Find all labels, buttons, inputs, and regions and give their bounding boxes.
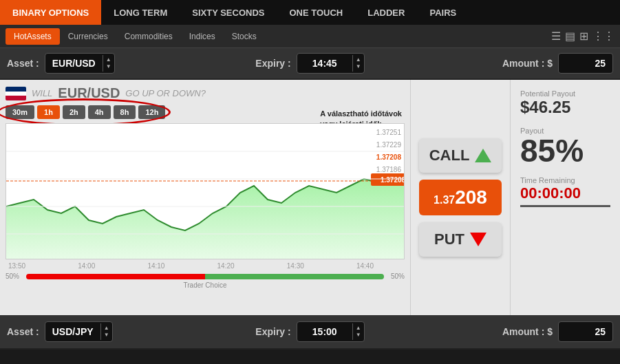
potential-payout-group: Potential Payout $46.25 bbox=[520, 89, 610, 117]
put-label: PUT bbox=[434, 231, 464, 248]
tab-commodities[interactable]: Commodities bbox=[116, 28, 181, 45]
bottom-asset-value: USD/JPY bbox=[45, 322, 100, 341]
bottom-expiry-arrows[interactable]: ▲ ▼ bbox=[352, 323, 364, 339]
trader-choice-bar-fill bbox=[26, 274, 384, 279]
asset-selector[interactable]: EUR/USD ▲ ▼ bbox=[45, 53, 115, 74]
stats-panel: Potential Payout $46.25 Payout 85% Time … bbox=[510, 80, 620, 315]
trader-left-pct: 50% bbox=[6, 272, 26, 280]
bottom-expiry-group: Expiry : 15:00 ▲ ▼ bbox=[209, 321, 411, 342]
bottom-expiry-selector[interactable]: 15:00 ▲ ▼ bbox=[297, 321, 365, 342]
asset-arrow-up[interactable]: ▲ bbox=[106, 56, 111, 63]
time-btn-1h[interactable]: 1h bbox=[37, 105, 60, 119]
tab-stocks[interactable]: Stocks bbox=[224, 28, 265, 45]
time-btn-8h[interactable]: 8h bbox=[114, 105, 136, 119]
nav-binary-options[interactable]: BINARY OPTIONS bbox=[0, 0, 101, 25]
dots-icon[interactable]: ⋮⋮ bbox=[592, 30, 614, 43]
amount-group: Amount : $ bbox=[411, 53, 613, 74]
bottom-expiry-arrow-up[interactable]: ▲ bbox=[356, 325, 361, 332]
trader-right-pct: 50% bbox=[384, 272, 405, 280]
trader-choice-label: Trader Choice bbox=[6, 281, 405, 289]
time-btn-2h[interactable]: 2h bbox=[63, 105, 85, 119]
nav-pairs[interactable]: PAIRS bbox=[417, 0, 469, 25]
pair-label: EUR/USD bbox=[58, 85, 120, 101]
bottom-asset-group: Asset : USD/JPY ▲ ▼ bbox=[7, 321, 209, 342]
price-prefix: 1.37 bbox=[434, 194, 455, 206]
nav-one-touch[interactable]: ONE TOUCH bbox=[277, 0, 355, 25]
bottom-expiry-value: 15:00 bbox=[297, 322, 352, 341]
asset-arrow-down[interactable]: ▼ bbox=[106, 63, 111, 70]
time-buttons-container: 30m 1h 2h 4h 8h 12h bbox=[6, 105, 165, 119]
amount-input[interactable] bbox=[558, 53, 613, 74]
flag-icon bbox=[6, 87, 26, 100]
trader-bar-left bbox=[26, 274, 205, 279]
bottom-asset-arrows[interactable]: ▲ ▼ bbox=[100, 323, 112, 339]
bottom-asset-label: Asset : bbox=[7, 326, 39, 337]
call-put-panel: CALL 1.37208 PUT bbox=[410, 80, 510, 315]
bottom-asset-arrow-down[interactable]: ▼ bbox=[104, 332, 109, 339]
price-display: 1.37208 bbox=[419, 180, 502, 215]
time-remaining-group: Time Remaining 00:00:00 bbox=[520, 176, 610, 207]
payout-value: 85% bbox=[520, 135, 610, 167]
expiry-arrows[interactable]: ▲ ▼ bbox=[352, 55, 364, 71]
time-buttons: 30m 1h 2h 4h 8h 12h bbox=[6, 105, 165, 119]
x-label-6: 14:40 bbox=[356, 262, 374, 270]
tab-icons-group: ☰ ▤ ⊞ ⋮⋮ bbox=[551, 30, 614, 43]
expiry-value: 14:45 bbox=[297, 54, 352, 73]
tab-hot-assets[interactable]: HotAssets bbox=[6, 28, 60, 45]
bottom-control-bar: Asset : USD/JPY ▲ ▼ Expiry : 15:00 ▲ ▼ A… bbox=[0, 315, 620, 350]
potential-payout-label: Potential Payout bbox=[520, 89, 610, 98]
tab-currencies[interactable]: Currencies bbox=[60, 28, 116, 45]
x-label-5: 14:30 bbox=[287, 262, 304, 270]
amount-label: Amount : $ bbox=[502, 58, 553, 69]
x-label-1: 13:50 bbox=[8, 262, 25, 270]
time-remaining-label: Time Remaining bbox=[520, 176, 610, 184]
trader-bar-right bbox=[205, 274, 384, 279]
chart-header: WILL EUR/USD GO UP OR DOWN? bbox=[6, 85, 405, 101]
tab-indices[interactable]: Indices bbox=[181, 28, 224, 45]
asset-tabs-bar: HotAssets Currencies Commodities Indices… bbox=[0, 25, 620, 48]
menu-icon[interactable]: ☰ bbox=[551, 30, 561, 43]
asset-group: Asset : EUR/USD ▲ ▼ bbox=[7, 53, 209, 74]
list-icon[interactable]: ▤ bbox=[565, 30, 575, 43]
bottom-asset-arrow-up[interactable]: ▲ bbox=[104, 325, 109, 332]
bottom-expiry-arrow-down[interactable]: ▼ bbox=[356, 332, 361, 339]
chart-section: WILL EUR/USD GO UP OR DOWN? 30m 1h 2h 4h… bbox=[0, 80, 410, 315]
will-text: WILL bbox=[32, 88, 52, 98]
payout-group: Payout 85% bbox=[520, 127, 610, 167]
put-down-triangle bbox=[470, 233, 487, 246]
expiry-arrow-down[interactable]: ▼ bbox=[356, 63, 361, 70]
trader-choice-bar: 50% 50% bbox=[6, 272, 405, 280]
time-btn-12h[interactable]: 12h bbox=[138, 105, 165, 119]
x-label-4: 14:20 bbox=[217, 262, 235, 270]
nav-sixty-seconds[interactable]: SIXTY SECONDS bbox=[180, 0, 277, 25]
expiry-group: Expiry : 14:45 ▲ ▼ bbox=[209, 53, 411, 74]
nav-long-term[interactable]: LONG TERM bbox=[101, 0, 180, 25]
bottom-amount-input[interactable] bbox=[558, 321, 613, 342]
bottom-amount-label: Amount : $ bbox=[502, 326, 553, 337]
price-suffix: 208 bbox=[455, 186, 487, 208]
top-control-bar: Asset : EUR/USD ▲ ▼ Expiry : 14:45 ▲ ▼ A… bbox=[0, 48, 620, 80]
x-label-3: 14:10 bbox=[147, 262, 164, 270]
chart-area: 1.37251 1.37229 1.37208 1.37186 1.37165 bbox=[6, 123, 405, 259]
potential-payout-value: $46.25 bbox=[520, 98, 610, 117]
bottom-asset-selector[interactable]: USD/JPY ▲ ▼ bbox=[45, 321, 113, 342]
time-progress-bar bbox=[520, 205, 610, 207]
expiry-label: Expiry : bbox=[255, 58, 290, 69]
asset-label: Asset : bbox=[7, 58, 39, 69]
x-label-2: 14:00 bbox=[78, 262, 95, 270]
go-up-down-text: GO UP OR DOWN? bbox=[125, 88, 206, 98]
bottom-amount-group: Amount : $ bbox=[411, 321, 613, 342]
time-btn-4h[interactable]: 4h bbox=[88, 105, 111, 119]
grid-icon[interactable]: ⊞ bbox=[579, 30, 588, 43]
put-button[interactable]: PUT bbox=[419, 222, 502, 257]
expiry-selector[interactable]: 14:45 ▲ ▼ bbox=[297, 53, 365, 74]
asset-arrows[interactable]: ▲ ▼ bbox=[103, 55, 114, 71]
expiry-arrow-up[interactable]: ▲ bbox=[356, 56, 361, 63]
nav-ladder[interactable]: LADDER bbox=[355, 0, 417, 25]
asset-value: EUR/USD bbox=[45, 54, 103, 73]
main-content: WILL EUR/USD GO UP OR DOWN? 30m 1h 2h 4h… bbox=[0, 80, 620, 315]
x-axis-labels: 13:50 14:00 14:10 14:20 14:30 14:40 bbox=[6, 261, 405, 270]
price-tag-text: 1.37208 bbox=[381, 176, 404, 184]
call-button[interactable]: CALL bbox=[419, 138, 502, 173]
time-btn-30m[interactable]: 30m bbox=[6, 105, 34, 119]
